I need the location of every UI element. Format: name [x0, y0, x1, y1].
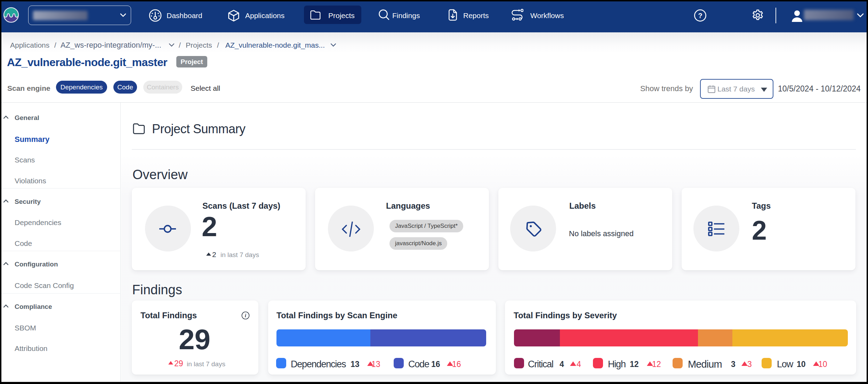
svg-text:?: ?	[698, 12, 702, 19]
svg-text:i: i	[245, 313, 246, 318]
